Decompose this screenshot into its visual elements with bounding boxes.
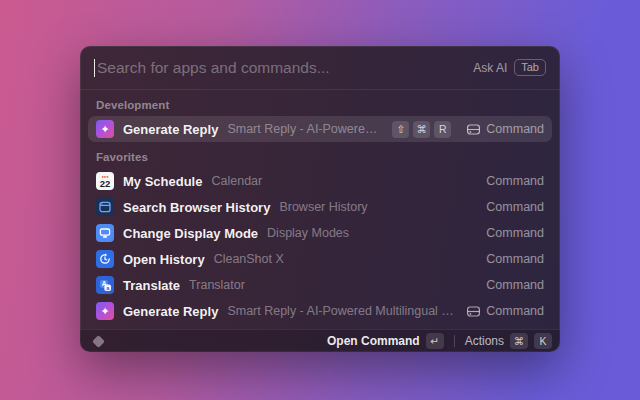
item-title: Open History [123, 252, 205, 267]
extension-drive-icon [466, 304, 481, 319]
k-key-badge: K [534, 333, 552, 349]
ask-ai-button[interactable]: Ask AI Tab [473, 59, 546, 76]
search-input[interactable] [97, 59, 473, 77]
section-header-development: Development [88, 90, 552, 116]
list-item-change-display-mode[interactable]: Change Display Mode Display Modes Comman… [88, 220, 552, 246]
display-modes-icon [96, 224, 114, 242]
item-title: Translate [123, 278, 180, 293]
list-item-my-schedule[interactable]: ●●● 22 My Schedule Calendar Command [88, 168, 552, 194]
calendar-icon: ●●● 22 [96, 172, 114, 190]
command-key-badge: ⌘ [413, 121, 430, 138]
item-type: Command [486, 304, 544, 318]
return-key-badge: ↵ [426, 333, 444, 349]
item-subtitle: Calendar [211, 174, 477, 188]
section-header-favorites: Favorites [88, 142, 552, 168]
item-subtitle: Smart Reply - AI-Powered Multilingual Re… [227, 304, 457, 318]
item-title: Change Display Mode [123, 226, 258, 241]
item-subtitle: CleanShot X [214, 252, 478, 266]
r-key-badge: R [434, 121, 451, 138]
item-subtitle: Display Modes [267, 226, 477, 240]
shortcut-keys: ⇧ ⌘ R [392, 121, 451, 138]
item-type: Command [486, 174, 544, 188]
command-key-badge: ⌘ [510, 333, 528, 349]
item-subtitle: Translator [189, 278, 477, 292]
item-type: Command [486, 278, 544, 292]
list-item-translate[interactable]: A a Translate Translator Command [88, 272, 552, 298]
ask-ai-label: Ask AI [473, 61, 507, 75]
search-bar: Ask AI Tab [80, 46, 560, 90]
text-caret [94, 59, 95, 77]
actions-button[interactable]: Actions [465, 334, 504, 348]
extension-drive-icon [466, 122, 481, 137]
translator-icon: A a [96, 276, 114, 294]
tab-key-badge: Tab [514, 59, 546, 76]
item-type: Command [486, 252, 544, 266]
item-subtitle: Browser History [279, 200, 477, 214]
item-title: Generate Reply [123, 122, 218, 137]
item-subtitle: Smart Reply - AI-Powered Multilingual Re… [227, 122, 383, 136]
footer-divider [454, 335, 455, 347]
item-title: Generate Reply [123, 304, 218, 319]
list-item-generate-reply-favorite[interactable]: ✦ Generate Reply Smart Reply - AI-Powere… [88, 298, 552, 324]
open-command-button[interactable]: Open Command [327, 334, 420, 348]
item-type: Command [486, 122, 544, 136]
shift-key-badge: ⇧ [392, 121, 409, 138]
list-item-search-browser-history[interactable]: Search Browser History Browser History C… [88, 194, 552, 220]
footer-bar: Open Command ↵ Actions ⌘ K [80, 329, 560, 352]
item-title: Search Browser History [123, 200, 270, 215]
generate-reply-icon: ✦ [96, 302, 114, 320]
app-logo-icon [92, 335, 105, 348]
list-item-generate-reply-selected[interactable]: ✦ Generate Reply Smart Reply - AI-Powere… [88, 116, 552, 142]
generate-reply-icon: ✦ [96, 120, 114, 138]
browser-history-icon [96, 198, 114, 216]
item-type: Command [486, 200, 544, 214]
cleanshot-history-icon [96, 250, 114, 268]
results-list[interactable]: Development ✦ Generate Reply Smart Reply… [80, 90, 560, 329]
launcher-window: Ask AI Tab Development ✦ Generate Reply … [80, 46, 560, 352]
item-title: My Schedule [123, 174, 202, 189]
list-item-open-history[interactable]: Open History CleanShot X Command [88, 246, 552, 272]
item-type: Command [486, 226, 544, 240]
